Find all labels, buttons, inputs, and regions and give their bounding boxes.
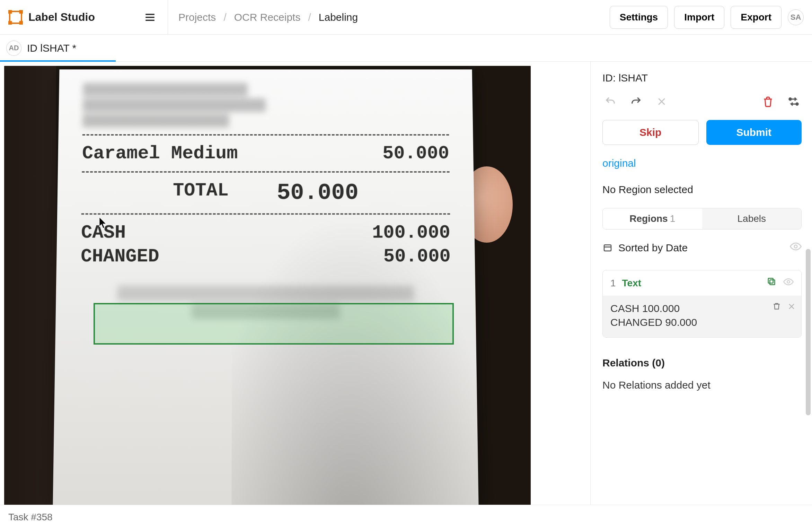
receipt-changed-label: CHANGED [81,246,159,267]
tab-regions-count: 1 [670,213,676,224]
svg-rect-16 [768,278,773,283]
breadcrumb: Projects / OCR Receipts / Labeling [178,11,603,23]
history-toolbar [602,94,802,110]
annotation-panel: ID: lSHAT Skip Submit original No Region… [590,62,812,505]
copy-icon[interactable] [767,277,776,289]
breadcrumb-separator: / [308,11,311,23]
workspace: Caramel Medium 50.000 TOTAL 50.000 CASH … [0,62,812,505]
divider [168,0,168,35]
blurred-header [82,83,449,128]
footer: Task #358 [0,505,812,529]
svg-rect-2 [19,10,23,14]
visibility-all-icon[interactable] [790,241,802,255]
delete-icon[interactable] [760,94,776,110]
export-button[interactable]: Export [731,6,782,29]
region-label: Text [622,278,642,289]
scrollbar[interactable] [806,249,811,415]
submit-row: Skip Submit [602,120,802,145]
header-actions: Settings Import Export SA [610,6,804,29]
cursor-icon [99,217,108,229]
trash-icon[interactable] [772,301,781,313]
logo-icon [8,10,23,25]
logo-block: Label Studio [8,10,157,25]
svg-rect-12 [604,245,611,251]
receipt-cash-row: CASH 100.000 [81,221,451,244]
task-number: Task #358 [8,512,53,523]
sort-label: Sorted by Date [618,242,688,254]
svg-point-10 [789,98,791,100]
sort-icon [602,243,613,253]
region-text-line1: CASH 100.000 [610,303,794,314]
regions-tabs: Regions1 Labels [602,208,802,229]
receipt-total-row: TOTAL 50.000 [81,179,450,207]
redo-icon[interactable] [628,94,644,110]
relations-title: Relations (0) [602,357,802,369]
app-header: Label Studio Projects / OCR Receipts / L… [0,0,812,35]
breadcrumb-root[interactable]: Projects [178,11,216,23]
receipt-image: Caramel Medium 50.000 TOTAL 50.000 CASH … [53,69,478,505]
breadcrumb-project[interactable]: OCR Receipts [234,11,301,23]
task-tab-bar: AD ID lSHAT * [0,35,812,62]
relations-empty: No Relations added yet [602,379,802,391]
tab-regions[interactable]: Regions1 [603,208,702,229]
region-body: CASH 100.000 CHANGED 90.000 [603,296,801,337]
menu-icon[interactable] [143,10,157,25]
receipt-line-item: Caramel Medium 50.000 [82,142,450,165]
reset-icon[interactable] [654,94,670,110]
settings-button[interactable]: Settings [610,6,668,29]
import-button[interactable]: Import [674,6,724,29]
svg-point-14 [794,245,797,248]
receipt-changed-row: CHANGED 50.000 [81,244,451,268]
visibility-icon[interactable] [783,277,794,289]
image-canvas[interactable]: Caramel Medium 50.000 TOTAL 50.000 CASH … [4,66,531,505]
region-card[interactable]: 1 Text CASH 100.000 CHANGED 90.000 [602,270,802,338]
undo-icon[interactable] [602,94,618,110]
svg-rect-1 [8,10,12,14]
tab-labels[interactable]: Labels [702,208,802,229]
svg-rect-15 [770,280,775,285]
close-icon[interactable] [787,301,796,313]
annotator-badge: AD [6,41,21,56]
no-region-text: No Region selected [602,184,802,196]
receipt-cash-value: 100.000 [372,222,451,243]
swap-icon[interactable] [786,94,802,110]
receipt-total-value: 50.000 [277,180,359,206]
receipt-total-label: TOTAL [173,180,229,206]
submit-button[interactable]: Submit [706,120,802,145]
region-index: 1 [610,278,616,289]
receipt-item-label: Caramel Medium [82,143,238,164]
bg-right [475,66,531,505]
task-tab-title[interactable]: ID lSHAT * [27,42,76,54]
region-text-line2: CHANGED 90.000 [610,316,794,328]
receipt-item-price: 50.000 [382,143,449,164]
breadcrumb-separator: / [223,11,226,23]
breadcrumb-current: Labeling [319,11,358,23]
task-id-label: ID: lSHAT [602,72,802,84]
region-head: 1 Text [603,270,801,296]
canvas-wrap: Caramel Medium 50.000 TOTAL 50.000 CASH … [0,62,590,505]
receipt-changed-value: 50.000 [383,246,451,267]
svg-rect-3 [8,21,12,25]
annotation-bbox[interactable] [94,303,454,345]
skip-button[interactable]: Skip [602,120,699,145]
tab-regions-label: Regions [629,213,668,224]
svg-point-17 [787,280,790,283]
svg-point-11 [796,103,798,105]
svg-rect-4 [19,21,23,25]
avatar[interactable]: SA [788,9,804,25]
bg-left [4,66,56,505]
sort-row[interactable]: Sorted by Date [602,241,802,255]
original-link[interactable]: original [602,157,802,169]
app-name: Label Studio [28,11,95,24]
